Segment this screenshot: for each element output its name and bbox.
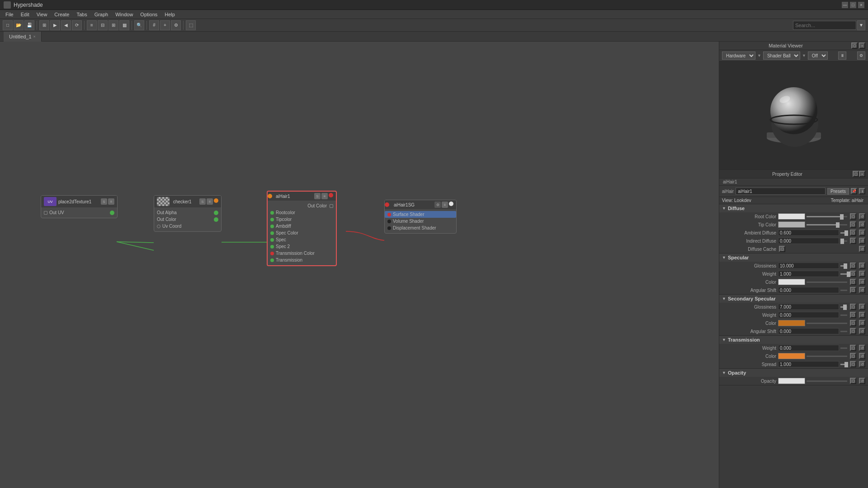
- layout-btn2[interactable]: ⊟: [98, 20, 108, 30]
- port-transm[interactable]: [270, 258, 274, 262]
- tab-close-icon[interactable]: ×: [33, 32, 36, 42]
- section-opacity-header[interactable]: ▼ Opacity: [719, 369, 868, 377]
- diffuse-cache-connect-btn[interactable]: ⬡: [779, 246, 785, 252]
- port-ambdiff[interactable]: [270, 225, 274, 228]
- viewer-extra-btn[interactable]: ⚙: [857, 52, 865, 60]
- maximize-button[interactable]: □: [850, 2, 856, 8]
- indirect-diffuse-connect-btn[interactable]: ⬡: [850, 238, 856, 244]
- transm-color-reset-btn[interactable]: ↺: [859, 353, 865, 359]
- snap-btn[interactable]: +: [160, 20, 170, 30]
- root-color-reset-btn[interactable]: ↺: [859, 213, 865, 220]
- grid-btn[interactable]: #: [149, 20, 159, 30]
- prop-name-input[interactable]: [736, 188, 826, 195]
- viewer-pin-btn[interactable]: ⏸: [838, 52, 846, 60]
- viewer-header-controls[interactable]: ⬡ ×: [851, 42, 865, 49]
- sec-glossiness-reset-btn[interactable]: ↺: [859, 304, 865, 310]
- sec-angular-shift-connect-btn[interactable]: ⬡: [850, 328, 856, 334]
- search-input[interactable]: [793, 21, 856, 30]
- section-sec-specular-header[interactable]: ▼ Secondary Specular: [719, 295, 868, 303]
- port-tipcolor[interactable]: [270, 218, 274, 221]
- viewer-expand-btn[interactable]: ⬡: [851, 42, 858, 49]
- spec-color-swatch[interactable]: [778, 279, 805, 285]
- port-outuv[interactable]: [110, 211, 114, 215]
- angular-shift-slider[interactable]: [840, 290, 847, 291]
- sec-color-reset-btn[interactable]: ↺: [859, 320, 865, 326]
- port-rootcolor[interactable]: [270, 211, 274, 215]
- sec-weight-input[interactable]: [778, 312, 839, 318]
- menu-tabs[interactable]: Tabs: [73, 10, 90, 19]
- sec-angular-shift-slider[interactable]: [840, 331, 847, 332]
- spec-weight-connect-btn[interactable]: ⬡: [850, 271, 856, 277]
- spec-weight-slider[interactable]: [840, 273, 847, 275]
- opacity-slider[interactable]: [807, 380, 847, 382]
- sec-color-swatch[interactable]: [778, 320, 805, 326]
- sec-glossiness-input[interactable]: [778, 304, 839, 310]
- search-dropdown-btn[interactable]: ▼: [857, 20, 865, 30]
- node-aihairsg-icon-s[interactable]: ⚙: [434, 202, 441, 208]
- root-color-swatch[interactable]: [778, 213, 805, 220]
- port-transmcolor[interactable]: [270, 252, 274, 255]
- indirect-diffuse-slider[interactable]: [840, 240, 847, 242]
- opacity-connect-btn[interactable]: ⬡: [850, 378, 856, 384]
- node-icon-s[interactable]: S: [101, 198, 107, 205]
- port-outcolor-checker[interactable]: [214, 217, 218, 222]
- minimize-button[interactable]: —: [842, 2, 848, 8]
- tip-color-swatch[interactable]: [778, 221, 805, 228]
- opacity-reset-btn[interactable]: ↺: [859, 378, 865, 384]
- indirect-diffuse-input[interactable]: [778, 238, 839, 244]
- frame-btn[interactable]: ⬚: [186, 20, 196, 30]
- prop-close-btn[interactable]: ×: [859, 171, 865, 177]
- node-aihairsg[interactable]: aiHair1SG ⚙ ≡ Surface Shader Volume Shad…: [384, 200, 457, 234]
- tab-untitled1[interactable]: Untitled_1 ×: [4, 32, 42, 42]
- close-button[interactable]: ×: [858, 2, 864, 8]
- graph-btn3[interactable]: ◀: [61, 20, 71, 30]
- angular-shift-connect-btn[interactable]: ⬡: [850, 287, 856, 293]
- section-diffuse-header[interactable]: ▼ Diffuse: [719, 204, 868, 212]
- transm-color-connect-btn[interactable]: ⬡: [850, 353, 856, 359]
- transm-spread-connect-btn[interactable]: ⬡: [850, 361, 856, 367]
- open-btn[interactable]: 📂: [14, 20, 24, 30]
- prop-info-btn[interactable]: ℹ: [859, 188, 865, 194]
- graph-btn1[interactable]: ⊞: [39, 20, 49, 30]
- transm-spread-input[interactable]: [778, 361, 839, 367]
- transm-weight-slider[interactable]: [840, 347, 847, 349]
- ambient-diffuse-connect-btn[interactable]: ⬡: [850, 230, 856, 236]
- node-checker-icon-menu[interactable]: ≡: [207, 198, 213, 205]
- tip-color-slider[interactable]: [807, 224, 847, 225]
- opacity-swatch[interactable]: [778, 378, 805, 384]
- option-btn[interactable]: ⚙: [171, 20, 181, 30]
- layout-btn3[interactable]: ⊞: [108, 20, 118, 30]
- angular-shift-input[interactable]: [778, 287, 839, 293]
- menu-file[interactable]: File: [2, 10, 17, 19]
- viewer-mode-dropdown[interactable]: Hardware Software: [722, 52, 755, 60]
- save-btn[interactable]: 💾: [24, 20, 34, 30]
- spec-color-slider[interactable]: [807, 282, 847, 283]
- canvas-area[interactable]: UV place2dTexture1 S ≡ Out UV chec: [0, 42, 719, 488]
- node-aihair-icon-menu[interactable]: ≡: [321, 193, 328, 199]
- port-checker-right[interactable]: [214, 198, 218, 203]
- transm-spread-slider[interactable]: [840, 364, 847, 365]
- menu-create[interactable]: Create: [51, 10, 73, 19]
- node-checker[interactable]: checker1 S ≡ Out Alpha Out Color: [154, 195, 222, 232]
- port-uvcoord-in[interactable]: [157, 225, 160, 228]
- port-aihairsg-left-top[interactable]: [385, 202, 389, 207]
- glossiness-reset-btn[interactable]: ↺: [859, 263, 865, 269]
- diffuse-cache-reset-btn[interactable]: ↺: [859, 246, 865, 252]
- transm-weight-input[interactable]: [778, 345, 839, 351]
- node-aihair-icon-s[interactable]: S: [314, 193, 321, 199]
- node-aihairsg-icon-menu[interactable]: ≡: [442, 202, 448, 208]
- ambient-diffuse-reset-btn[interactable]: ↺: [859, 230, 865, 236]
- node-checker-icon-s[interactable]: S: [199, 198, 206, 205]
- prop-expand-btn[interactable]: ⬡: [853, 171, 859, 177]
- transm-weight-connect-btn[interactable]: ⬡: [850, 345, 856, 351]
- tip-color-connect-btn[interactable]: ⬡: [850, 221, 856, 228]
- port-outalpha[interactable]: [214, 211, 218, 215]
- indirect-diffuse-reset-btn[interactable]: ↺: [859, 238, 865, 244]
- menu-help[interactable]: Help: [161, 10, 179, 19]
- port-aihair-left-top[interactable]: [268, 194, 272, 198]
- port-volume[interactable]: [387, 220, 391, 223]
- node-aihair[interactable]: aiHair1 S ≡ Out Color Rootcolor: [267, 191, 337, 266]
- section-transmission-header[interactable]: ▼ Transmission: [719, 336, 868, 344]
- layout-btn1[interactable]: ≡: [87, 20, 97, 30]
- graph-btn4[interactable]: ⟳: [72, 20, 82, 30]
